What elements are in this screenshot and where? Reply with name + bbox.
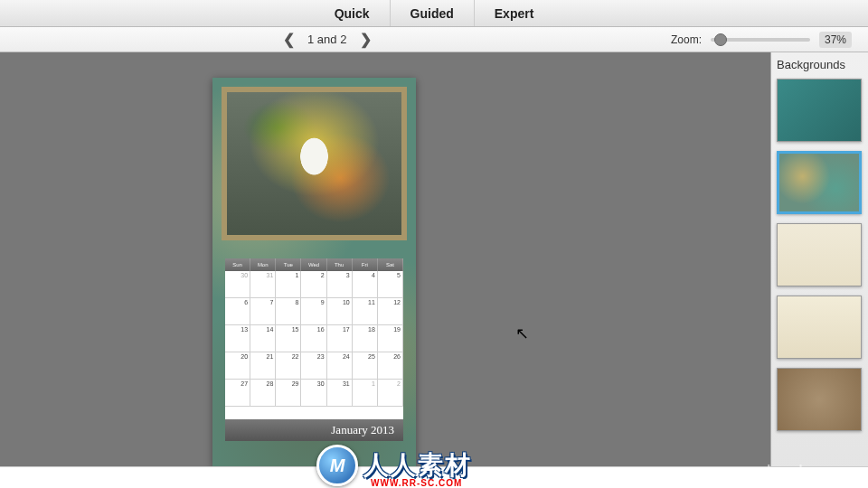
calendar-day-cell: 16 bbox=[301, 325, 326, 352]
calendar-day-cell: 31 bbox=[250, 271, 276, 298]
cursor-icon: ↖ bbox=[515, 324, 529, 343]
calendar-body: 3031123456789101112131415161718192021222… bbox=[225, 271, 403, 407]
mode-tabs-bar: Quick Guided Expert bbox=[0, 0, 868, 27]
dow-cell: Tue bbox=[276, 258, 301, 271]
zoom-control: Zoom: 37% bbox=[671, 32, 859, 48]
calendar-document[interactable]: Sun Mon Tue Wed Thu Fri Sat 303112345678… bbox=[212, 78, 416, 466]
dow-cell: Sat bbox=[378, 258, 403, 271]
calendar-day-cell: 13 bbox=[225, 325, 250, 352]
calendar-day-cell: 24 bbox=[327, 352, 353, 380]
calendar-day-cell: 30 bbox=[301, 380, 326, 407]
calendar-grid[interactable]: Sun Mon Tue Wed Thu Fri Sat 303112345678… bbox=[225, 258, 403, 441]
tab-expert[interactable]: Expert bbox=[475, 0, 554, 26]
calendar-day-cell: 11 bbox=[353, 298, 378, 325]
zoom-value: 37% bbox=[819, 32, 852, 48]
calendar-day-cell: 8 bbox=[276, 298, 301, 325]
calendar-day-cell: 29 bbox=[276, 380, 301, 407]
calendar-day-cell: 6 bbox=[225, 298, 250, 325]
prev-page-button[interactable]: ❮ bbox=[280, 32, 297, 48]
calendar-day-cell: 27 bbox=[225, 380, 250, 407]
background-thumb-3[interactable] bbox=[777, 223, 862, 286]
zoom-slider-thumb[interactable] bbox=[714, 33, 727, 46]
next-page-button[interactable]: ❯ bbox=[357, 32, 373, 48]
calendar-dow-row: Sun Mon Tue Wed Thu Fri Sat bbox=[225, 258, 403, 271]
background-thumb-5[interactable] bbox=[777, 368, 862, 431]
calendar-day-cell: 3 bbox=[327, 271, 353, 298]
bottom-toolbar bbox=[0, 466, 868, 488]
calendar-day-cell: 7 bbox=[250, 298, 276, 325]
calendar-day-cell: 19 bbox=[378, 325, 403, 352]
tab-guided[interactable]: Guided bbox=[391, 0, 475, 26]
calendar-day-cell: 28 bbox=[250, 380, 276, 407]
dow-cell: Wed bbox=[301, 258, 326, 271]
background-thumb-4[interactable] bbox=[777, 296, 862, 359]
photo-frame[interactable] bbox=[222, 87, 407, 240]
calendar-day-cell: 4 bbox=[353, 271, 378, 298]
background-thumb-2[interactable] bbox=[777, 151, 862, 214]
calendar-day-cell: 17 bbox=[327, 325, 353, 352]
page-label: 1 and 2 bbox=[307, 33, 346, 46]
canvas-area[interactable]: Sun Mon Tue Wed Thu Fri Sat 303112345678… bbox=[0, 52, 770, 488]
calendar-day-cell: 30 bbox=[225, 271, 250, 298]
calendar-day-cell: 15 bbox=[276, 325, 301, 352]
calendar-day-cell: 31 bbox=[327, 380, 353, 407]
calendar-day-cell: 26 bbox=[378, 352, 403, 380]
calendar-day-cell: 1 bbox=[353, 380, 378, 407]
calendar-day-cell: 5 bbox=[378, 271, 403, 298]
calendar-day-cell: 9 bbox=[301, 298, 326, 325]
photo-placeholder bbox=[227, 92, 401, 235]
backgrounds-title: Backgrounds bbox=[777, 58, 863, 71]
dow-cell: Thu bbox=[327, 258, 353, 271]
calendar-day-cell: 18 bbox=[353, 325, 378, 352]
calendar-day-cell: 2 bbox=[378, 380, 403, 407]
zoom-slider[interactable] bbox=[711, 38, 810, 42]
calendar-day-cell: 10 bbox=[327, 298, 353, 325]
calendar-day-cell: 21 bbox=[250, 352, 276, 380]
calendar-day-cell: 14 bbox=[250, 325, 276, 352]
calendar-day-cell: 1 bbox=[276, 271, 301, 298]
zoom-label: Zoom: bbox=[671, 33, 702, 46]
background-thumb-1[interactable] bbox=[777, 79, 862, 142]
toolbar: ❮ 1 and 2 ❯ Zoom: 37% bbox=[0, 27, 868, 52]
dow-cell: Fri bbox=[353, 258, 378, 271]
calendar-day-cell: 12 bbox=[378, 298, 403, 325]
backgrounds-panel: Backgrounds bbox=[770, 52, 868, 488]
tab-quick[interactable]: Quick bbox=[315, 0, 391, 26]
calendar-day-cell: 20 bbox=[225, 352, 250, 380]
calendar-day-cell: 2 bbox=[301, 271, 326, 298]
page-nav: ❮ 1 and 2 ❯ bbox=[280, 32, 373, 48]
calendar-day-cell: 25 bbox=[353, 352, 378, 380]
dow-cell: Sun bbox=[225, 258, 250, 271]
calendar-day-cell: 23 bbox=[301, 352, 326, 380]
calendar-month-label[interactable]: January 2013 bbox=[225, 419, 403, 441]
calendar-day-cell: 22 bbox=[276, 352, 301, 380]
dow-cell: Mon bbox=[250, 258, 276, 271]
